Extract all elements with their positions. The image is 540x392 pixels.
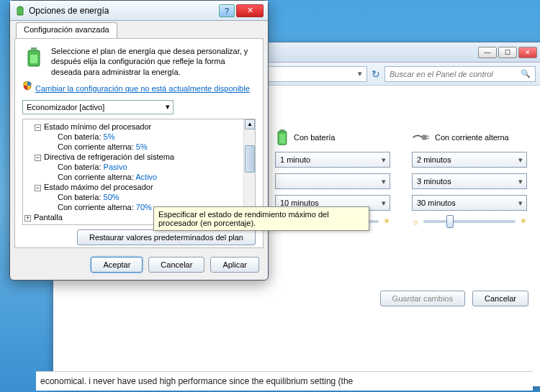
power-options-dialog: Opciones de energía ? ✕ Configuración av… bbox=[9, 0, 269, 281]
dialog-title: Opciones de energía bbox=[26, 6, 219, 16]
change-unavailable-link[interactable]: Cambiar la configuración que no está act… bbox=[35, 84, 250, 93]
dialog-description: Seleccione el plan de energía que desea … bbox=[51, 46, 256, 77]
svg-rect-9 bbox=[31, 47, 37, 50]
off-ac-dropdown[interactable]: 3 minutos bbox=[412, 173, 527, 189]
tab-advanced[interactable]: Configuración avanzada bbox=[16, 22, 117, 38]
svg-rect-2 bbox=[279, 134, 286, 144]
dim-battery-dropdown[interactable]: 1 minuto bbox=[275, 152, 390, 168]
off-battery-dropdown[interactable] bbox=[275, 173, 390, 189]
search-icon[interactable]: 🔍 bbox=[521, 69, 531, 78]
restore-defaults-button[interactable]: Restaurar valores predeterminados del pl… bbox=[77, 229, 256, 245]
tree-node-max-processor[interactable]: −Estado máximo del procesador bbox=[23, 182, 255, 192]
sun-large-icon: ☀ bbox=[520, 216, 527, 226]
column-header-ac: Con corriente alterna bbox=[412, 132, 527, 142]
page-text-fragment: economical. i never have used high perfo… bbox=[36, 371, 533, 391]
tree-node-min-processor[interactable]: −Estado mínimo del procesador bbox=[23, 122, 255, 132]
close-button[interactable]: ✕ bbox=[236, 4, 264, 17]
power-icon bbox=[14, 5, 26, 17]
sun-large-icon: ☀ bbox=[383, 216, 390, 226]
tree-leaf[interactable]: Con batería: Pasivo bbox=[23, 162, 255, 172]
sleep-ac-dropdown[interactable]: 30 minutos bbox=[412, 195, 527, 211]
sun-small-icon: ☼ bbox=[412, 217, 419, 226]
maximize-button[interactable]: ☐ bbox=[498, 47, 517, 58]
close-button[interactable]: ✕ bbox=[518, 47, 537, 58]
scroll-thumb[interactable] bbox=[245, 145, 255, 173]
plan-dropdown[interactable]: Economizador [activo] bbox=[22, 100, 174, 114]
dim-ac-dropdown[interactable]: 2 minutos bbox=[412, 152, 527, 168]
minimize-button[interactable]: — bbox=[478, 47, 497, 58]
refresh-icon[interactable]: ↻ bbox=[372, 68, 380, 80]
save-button[interactable]: Guardar cambios bbox=[380, 291, 465, 306]
svg-rect-7 bbox=[19, 6, 22, 7]
apply-button[interactable]: Aplicar bbox=[210, 257, 259, 273]
brightness-ac-slider[interactable]: ☼ ☀ bbox=[412, 216, 527, 226]
scroll-up-button[interactable]: ▲ bbox=[245, 119, 255, 129]
plug-icon bbox=[412, 132, 431, 142]
battery-icon bbox=[275, 129, 289, 146]
tree-leaf[interactable]: Con batería: 5% bbox=[23, 132, 255, 142]
tooltip: Especificar el estado de rendimiento máx… bbox=[153, 206, 369, 231]
power-plan-icon bbox=[22, 46, 45, 69]
column-header-battery: Con batería bbox=[275, 129, 390, 146]
svg-rect-10 bbox=[30, 55, 37, 63]
svg-rect-6 bbox=[17, 7, 23, 15]
dialog-titlebar: Opciones de energía ? ✕ bbox=[10, 1, 268, 21]
cancel-button[interactable]: Cancelar bbox=[148, 257, 204, 273]
tree-leaf[interactable]: Con batería: 50% bbox=[23, 192, 255, 202]
shield-icon bbox=[22, 81, 32, 91]
tree-leaf[interactable]: Con corriente alterna: 5% bbox=[23, 142, 255, 152]
tree-node-cooling[interactable]: −Directiva de refrigeración del sistema bbox=[23, 152, 255, 162]
svg-rect-3 bbox=[422, 135, 427, 140]
search-input[interactable] bbox=[390, 70, 521, 78]
tab-strip: Configuración avanzada bbox=[10, 21, 268, 38]
tree-leaf[interactable]: Con corriente alterna: Activo bbox=[23, 172, 255, 182]
cancel-button[interactable]: Cancelar bbox=[472, 291, 528, 306]
ok-button[interactable]: Aceptar bbox=[91, 257, 143, 273]
search-box[interactable]: 🔍 bbox=[384, 66, 536, 82]
help-button[interactable]: ? bbox=[219, 4, 235, 17]
